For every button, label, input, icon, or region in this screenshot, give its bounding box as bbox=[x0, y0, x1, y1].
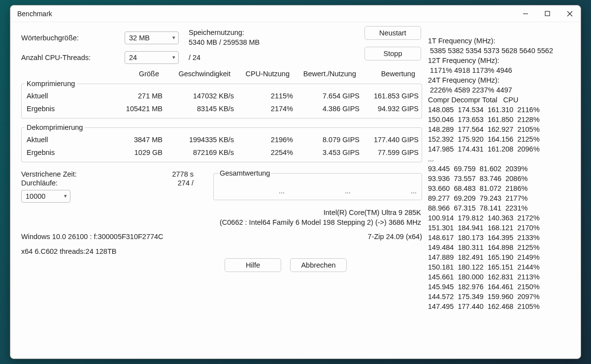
app-info: 7-Zip 24.09 (x64) bbox=[368, 233, 422, 241]
minimize-button[interactable] bbox=[514, 5, 536, 22]
memory-usage-label: Speichernutzung: bbox=[189, 28, 260, 38]
overall-group: Gesamtwertung ... ... ... bbox=[213, 169, 422, 200]
threads-label: Anzahl CPU-Threads: bbox=[21, 54, 125, 61]
threads-select[interactable]: 24 ▾ bbox=[125, 51, 179, 64]
passes-label: Durchläufe: bbox=[21, 179, 144, 187]
elapsed-label: Verstrichene Zeit: bbox=[21, 170, 144, 178]
restart-button[interactable]: Neustart bbox=[364, 26, 421, 40]
results-header: Größe Geschwindigkeit CPU-Nutzung Bewert… bbox=[21, 70, 422, 78]
os-info: Windows 10.0 26100 : f:300005F310F2774C bbox=[21, 233, 164, 241]
compress-current-row: Aktuell 271 MB 147032 KB/s 2115% 7.654 G… bbox=[25, 90, 419, 102]
cancel-button[interactable]: Abbrechen bbox=[290, 258, 347, 272]
arch-info: x64 6.C602 threads:24 128TB bbox=[21, 247, 422, 255]
decompress-current-row: Aktuell 3847 MB 1994335 KB/s 2196% 8.079… bbox=[25, 133, 419, 146]
dict-size-select[interactable]: 32 MB ▾ bbox=[125, 31, 179, 44]
dict-size-label: Wörterbuchgröße: bbox=[21, 34, 125, 42]
compress-result-row: Ergebnis 105421 MB 83145 KB/s 2174% 4.38… bbox=[25, 102, 419, 115]
memory-usage-value: 5340 MB / 259538 MB bbox=[189, 38, 260, 48]
passes-target-select[interactable]: 10000 ▾ bbox=[21, 190, 70, 203]
threads-max: / 24 bbox=[189, 54, 200, 61]
window-title: Benchmark bbox=[17, 10, 52, 18]
titlebar[interactable]: Benchmark bbox=[10, 5, 581, 22]
benchmark-window: Benchmark Wörterbuchgröße: 32 MB bbox=[10, 5, 581, 359]
passes-value: 274 / bbox=[144, 179, 194, 187]
chevron-down-icon: ▾ bbox=[172, 34, 175, 41]
stop-button[interactable]: Stopp bbox=[364, 47, 421, 61]
help-button[interactable]: Hilfe bbox=[225, 258, 281, 272]
close-button[interactable] bbox=[558, 5, 581, 22]
svg-rect-1 bbox=[545, 11, 550, 16]
chevron-down-icon: ▾ bbox=[172, 54, 175, 61]
cpu-detail: (C0662 : Intel64 Family 6 Model 198 Step… bbox=[21, 217, 421, 227]
maximize-button[interactable] bbox=[536, 5, 558, 22]
cpu-name: Intel(R) Core(TM) Ultra 9 285K bbox=[21, 208, 421, 217]
decompress-result-row: Ergebnis 1029 GB 872169 KB/s 2254% 3.453… bbox=[25, 146, 419, 159]
elapsed-value: 2778 s bbox=[144, 170, 194, 178]
decompress-group: Dekomprimierung Aktuell 3847 MB 1994335 … bbox=[21, 123, 422, 162]
chevron-down-icon: ▾ bbox=[64, 193, 67, 199]
compress-group: Komprimierung Aktuell 271 MB 147032 KB/s… bbox=[21, 80, 422, 119]
log-panel: 1T Frequency (MHz): 5385 5382 5354 5373 … bbox=[425, 26, 574, 354]
